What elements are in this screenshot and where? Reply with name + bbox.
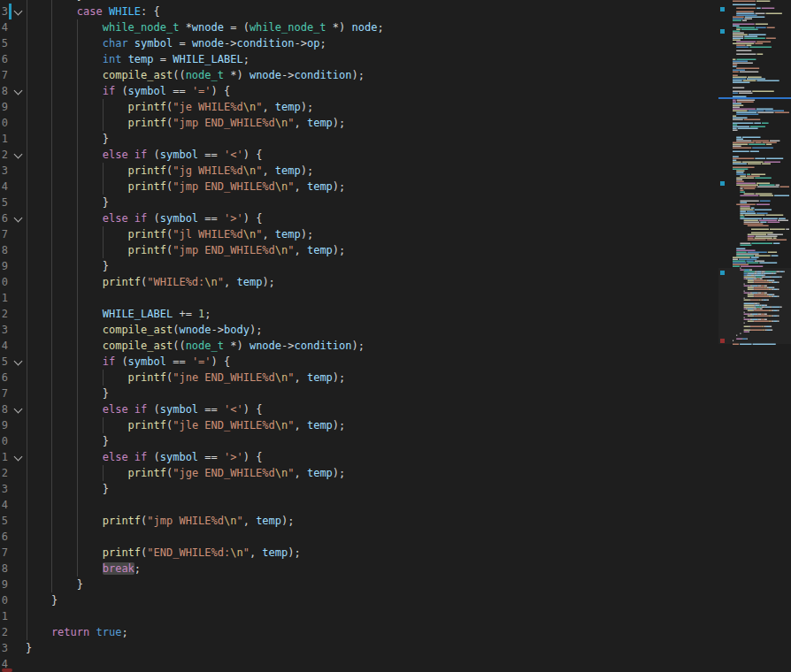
code-line[interactable]: 7printf("END_WHILE%d:\n", temp); bbox=[0, 545, 718, 561]
fold-toggle[interactable] bbox=[12, 83, 26, 99]
line-number[interactable]: 8 bbox=[0, 83, 8, 99]
line-number[interactable]: 3 bbox=[0, 322, 8, 338]
minimap[interactable] bbox=[718, 0, 791, 672]
code-line[interactable]: 6int temp = WHILE_LABEL; bbox=[0, 51, 718, 67]
line-number[interactable]: 8 bbox=[0, 242, 8, 258]
code-line[interactable]: 3} bbox=[0, 481, 718, 497]
line-number[interactable]: 6 bbox=[0, 370, 8, 386]
code-token: printf bbox=[128, 117, 166, 129]
code-line[interactable]: 4while_node_t *wnode = (while_node_t *) … bbox=[0, 19, 718, 35]
line-number[interactable]: 2 bbox=[0, 465, 8, 481]
line-number[interactable]: 4 bbox=[0, 19, 8, 35]
fold-toggle[interactable] bbox=[12, 4, 26, 19]
code-line[interactable]: 2WHILE_LABEL += 1; bbox=[0, 306, 718, 322]
line-number[interactable]: 4 bbox=[0, 338, 8, 354]
code-line[interactable]: 8printf("jmp END_WHILE%d\n", temp); bbox=[0, 242, 718, 258]
code-line[interactable]: 5} bbox=[0, 195, 718, 210]
line-number[interactable]: 3 bbox=[0, 4, 8, 19]
code-line[interactable]: 4compile_ast((node_t *) wnode->condition… bbox=[0, 338, 718, 354]
line-number[interactable]: 7 bbox=[0, 226, 8, 242]
line-number[interactable]: 9 bbox=[0, 258, 8, 274]
code-line[interactable]: 5char symbol = wnode->condition->op; bbox=[0, 35, 718, 51]
code-line[interactable]: 1 bbox=[0, 290, 718, 306]
code-line[interactable]: 9} bbox=[0, 258, 718, 274]
code-text: } bbox=[26, 640, 718, 656]
fold-toggle[interactable] bbox=[12, 449, 26, 465]
indent-guide bbox=[77, 529, 78, 545]
code-line[interactable]: 9} bbox=[0, 577, 718, 592]
code-editor[interactable]: 2}3case WHILE: {4while_node_t *wnode = (… bbox=[0, 0, 791, 672]
line-number[interactable]: 9 bbox=[0, 99, 8, 115]
indent-guide bbox=[77, 370, 78, 386]
code-line[interactable]: 0printf("jmp END_WHILE%d\n", temp); bbox=[0, 115, 718, 131]
code-line[interactable]: 8break; bbox=[0, 561, 718, 577]
line-number[interactable]: 2 bbox=[0, 147, 8, 163]
line-number[interactable]: 9 bbox=[0, 577, 8, 592]
line-number[interactable]: 6 bbox=[0, 210, 8, 226]
code-line[interactable]: 5if (symbol == '=') { bbox=[0, 354, 718, 370]
code-line[interactable]: 2else if (symbol == '<') { bbox=[0, 147, 718, 163]
line-number[interactable]: 3 bbox=[0, 640, 8, 656]
line-number[interactable]: 5 bbox=[0, 354, 8, 370]
fold-toggle[interactable] bbox=[12, 147, 26, 163]
code-token: } bbox=[103, 196, 109, 209]
line-number[interactable]: 1 bbox=[0, 290, 8, 306]
line-number[interactable]: 8 bbox=[0, 561, 8, 577]
code-line[interactable]: 4 bbox=[0, 497, 718, 513]
code-line[interactable]: 8if (symbol == '=') { bbox=[0, 83, 718, 99]
code-line[interactable]: 7printf("jl WHILE%d\n", temp); bbox=[0, 226, 718, 242]
code-line[interactable]: 3case WHILE: { bbox=[0, 4, 718, 19]
line-number[interactable]: 3 bbox=[0, 163, 8, 179]
code-line[interactable]: 2return true; bbox=[0, 624, 718, 640]
line-number[interactable]: 7 bbox=[0, 67, 8, 83]
fold-toggle[interactable] bbox=[12, 401, 26, 417]
line-number[interactable]: 1 bbox=[0, 608, 8, 624]
code-line[interactable]: 1else if (symbol == '>') { bbox=[0, 449, 718, 465]
code-line[interactable]: 1} bbox=[0, 131, 718, 147]
line-number[interactable]: 6 bbox=[0, 529, 8, 545]
code-line[interactable]: 4printf("jmp END_WHILE%d\n", temp); bbox=[0, 179, 718, 195]
code-line[interactable]: 7} bbox=[0, 386, 718, 401]
line-number[interactable]: 8 bbox=[0, 401, 8, 417]
code-line[interactable]: 0} bbox=[0, 592, 718, 608]
line-number[interactable]: 6 bbox=[0, 51, 8, 67]
code-line[interactable]: 6 bbox=[0, 529, 718, 545]
code-line[interactable]: 5printf("jmp WHILE%d\n", temp); bbox=[0, 513, 718, 529]
line-number[interactable]: 5 bbox=[0, 195, 8, 210]
code-line[interactable]: 6printf("jne END_WHILE%d\n", temp); bbox=[0, 370, 718, 386]
line-number[interactable]: 9 bbox=[0, 417, 8, 433]
indent-guide bbox=[27, 147, 27, 163]
line-number[interactable]: 3 bbox=[0, 481, 8, 497]
fold-toggle[interactable] bbox=[12, 210, 26, 226]
line-number[interactable]: 0 bbox=[0, 592, 8, 608]
code-line[interactable]: 6else if (symbol == '>') { bbox=[0, 210, 718, 226]
line-number[interactable]: 0 bbox=[0, 274, 8, 290]
code-line[interactable]: 1 bbox=[0, 608, 718, 624]
code-line[interactable]: 9printf("jle END_WHILE%d\n", temp); bbox=[0, 417, 718, 433]
line-number[interactable]: 4 bbox=[0, 497, 8, 513]
line-number[interactable]: 2 bbox=[0, 306, 8, 322]
code-line[interactable]: 2printf("jge END_WHILE%d\n", temp); bbox=[0, 465, 718, 481]
code-line[interactable]: 3} bbox=[0, 640, 718, 656]
line-number[interactable]: 1 bbox=[0, 449, 8, 465]
code-line[interactable]: 8else if (symbol == '<') { bbox=[0, 401, 718, 417]
fold-toggle[interactable] bbox=[12, 354, 26, 370]
line-number[interactable]: 5 bbox=[0, 35, 8, 51]
code-line[interactable]: 4 bbox=[0, 656, 718, 672]
line-number[interactable]: 4 bbox=[0, 179, 8, 195]
code-line[interactable]: 0} bbox=[0, 433, 718, 449]
code-token: == bbox=[166, 355, 192, 368]
line-number[interactable]: 7 bbox=[0, 386, 8, 401]
line-number[interactable]: 0 bbox=[0, 115, 8, 131]
code-line[interactable]: 7compile_ast((node_t *) wnode->condition… bbox=[0, 67, 718, 83]
code-line[interactable]: 3printf("jg WHILE%d\n", temp); bbox=[0, 163, 718, 179]
line-number[interactable]: 2 bbox=[0, 624, 8, 640]
line-number[interactable]: 7 bbox=[0, 545, 8, 561]
code-token: " bbox=[218, 276, 224, 288]
line-number[interactable]: 0 bbox=[0, 433, 8, 449]
code-line[interactable]: 9printf("je WHILE%d\n", temp); bbox=[0, 99, 718, 115]
code-line[interactable]: 0printf("WHILE%d:\n", temp); bbox=[0, 274, 718, 290]
code-line[interactable]: 3compile_ast(wnode->body); bbox=[0, 322, 718, 338]
line-number[interactable]: 1 bbox=[0, 131, 8, 147]
line-number[interactable]: 5 bbox=[0, 513, 8, 529]
